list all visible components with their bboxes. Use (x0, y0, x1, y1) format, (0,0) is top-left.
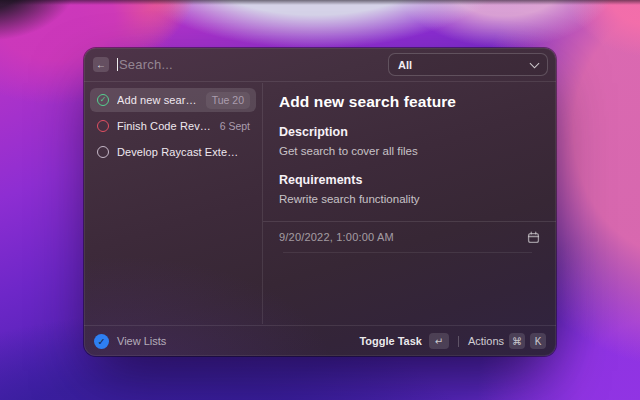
back-arrow-icon: ← (96, 60, 106, 70)
source-label: View Lists (117, 335, 166, 347)
cmd-key-badge: ⌘ (509, 333, 525, 349)
task-open-icon (97, 146, 109, 158)
due-date-value: 9/20/2022, 1:00:00 AM (279, 231, 394, 243)
detail-title: Add new search feature (279, 93, 540, 111)
detail-section: Description Get search to cover all file… (279, 125, 540, 157)
detail-section: Requirements Rewrite search functionalit… (279, 173, 540, 205)
task-title: Add new search feature (117, 94, 198, 106)
task-done-icon: ✓ (97, 94, 109, 106)
action-bar: ✓ View Lists Toggle Task ↵ Actions ⌘ K (84, 325, 556, 356)
chevron-down-icon (530, 58, 540, 68)
section-heading: Description (279, 125, 540, 139)
search-bar: ← Search... All (84, 48, 556, 82)
task-open-icon (97, 120, 109, 132)
window-body: ✓ Add new search feature Tue 20 Finish C… (84, 83, 556, 324)
back-button[interactable]: ← (93, 57, 109, 72)
filter-dropdown[interactable]: All (388, 53, 548, 76)
footer-divider (458, 336, 459, 347)
search-input[interactable]: Search... (117, 57, 388, 72)
task-due-date: Tue 20 (206, 92, 250, 109)
todo-app-icon: ✓ (94, 334, 109, 349)
text-caret (117, 58, 118, 71)
task-list-item[interactable]: Finish Code Reviews 6 Sept (90, 114, 256, 138)
actions-button[interactable]: Actions (468, 335, 504, 347)
date-field-divider (283, 252, 532, 253)
return-key-badge: ↵ (429, 333, 449, 349)
k-key-badge: K (530, 333, 546, 349)
task-list-item[interactable]: ✓ Add new search feature Tue 20 (90, 88, 256, 112)
toggle-task-button[interactable]: Toggle Task (359, 335, 422, 347)
calendar-icon (527, 231, 540, 244)
task-list: ✓ Add new search feature Tue 20 Finish C… (84, 83, 262, 324)
section-body: Get search to cover all files (279, 145, 540, 157)
task-list-item[interactable]: Develop Raycast Extension (90, 140, 256, 164)
raycast-window: ← Search... All ✓ Add new search feature… (84, 48, 556, 356)
due-date-field[interactable]: 9/20/2022, 1:00:00 AM (279, 222, 540, 252)
task-detail-panel: Add new search feature Description Get s… (262, 83, 556, 324)
filter-value: All (398, 59, 412, 71)
section-heading: Requirements (279, 173, 540, 187)
task-title: Finish Code Reviews (117, 120, 212, 132)
search-placeholder: Search... (119, 57, 173, 72)
task-title: Develop Raycast Extension (117, 146, 242, 158)
section-body: Rewrite search functionality (279, 193, 540, 205)
task-due-date: 6 Sept (220, 120, 250, 132)
footer-actions: Toggle Task ↵ Actions ⌘ K (359, 333, 546, 349)
